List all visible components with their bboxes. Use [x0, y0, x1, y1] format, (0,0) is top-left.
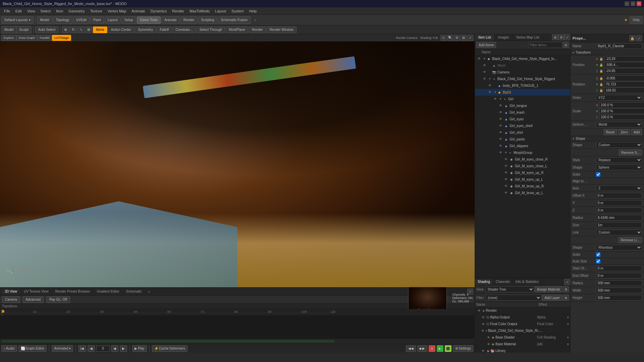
sc-y-input[interactable]	[599, 108, 644, 114]
tab-animate[interactable]: Animate	[161, 16, 180, 24]
toggle-morphgroup[interactable]: ▾	[504, 150, 508, 155]
tab-render-preset[interactable]: Render Preset Browser	[52, 289, 94, 294]
filter-select[interactable]: (none)	[485, 295, 541, 301]
vp-icon-3[interactable]: ⚙	[454, 35, 460, 41]
s-eye-6[interactable]: 👁	[486, 342, 491, 347]
filter-icon-2[interactable]: ⊕	[563, 295, 569, 301]
tab-uv-texture[interactable]: UV Texture View	[20, 289, 52, 294]
tree-row-m-brow-up-l[interactable]: 👁 ◈ Girl_M_brow_up_L	[475, 189, 570, 196]
tree-row-girl-slippers[interactable]: 👁 ▲ Girl_slippers	[475, 142, 570, 149]
rot-y-lock[interactable]: 🔒	[599, 83, 603, 86]
workplane-btn[interactable]: WorkPlane	[226, 26, 248, 33]
s-eye-2[interactable]: 👁	[480, 315, 486, 320]
offset-z-input[interactable]	[596, 207, 642, 213]
item-tree[interactable]: 👁 ▾ ■ Black_Child_Girl_Home_Style_Rigged…	[475, 55, 570, 277]
cache-deformers-btn[interactable]: ⚡ Cache Deformers	[152, 345, 187, 352]
symmetry-btn[interactable]: Symmetry	[135, 26, 156, 33]
eye-icon-15[interactable]: 👁	[498, 150, 503, 155]
zero-btn[interactable]: Zero	[619, 129, 630, 135]
toggle-mesh[interactable]	[488, 63, 492, 67]
effect-dropdown-2[interactable]: ▾	[567, 322, 569, 326]
add-bottom-tab[interactable]: +	[145, 288, 153, 296]
record-btn[interactable]: ●	[429, 345, 435, 352]
menu-texture[interactable]: Texture	[88, 8, 105, 14]
tree-row-bip01[interactable]: 👁 ▾ ◆ Bip01	[475, 89, 570, 96]
action-center-btn[interactable]: Action Center	[108, 26, 135, 33]
shader-row-base-shader[interactable]: 👁 ◈ Base Shader Full Shading ▾	[475, 334, 570, 341]
toggle-tongue1[interactable]	[493, 83, 497, 87]
tab-game-tools[interactable]: Game Tools	[137, 16, 161, 24]
toggle-group1[interactable]: ▾	[488, 77, 492, 81]
shape-select[interactable]: Custom	[596, 142, 642, 148]
menu-vertex-map[interactable]: Vertex Map	[105, 8, 129, 14]
tree-row-m-eyes-close-l[interactable]: 👁 ◈ Girl_M_eyes_close_L	[475, 163, 570, 169]
effect-dropdown-3[interactable]: ▾	[567, 336, 569, 339]
panel-expand-icon[interactable]: ⊞	[552, 34, 558, 40]
ray-gl-btn[interactable]: Ray GL: Off	[46, 296, 70, 303]
transform-arrow[interactable]: ▾	[573, 51, 574, 54]
remove-li-btn[interactable]: Remove Li...	[619, 237, 642, 243]
menu-animate[interactable]: Animate	[129, 8, 148, 14]
eye-icon-10[interactable]: 👁	[498, 116, 503, 122]
shading-expand-icon[interactable]: ⤢	[564, 279, 570, 285]
shader-row-render[interactable]: 👁 ● Render	[475, 307, 570, 314]
tree-row-group1[interactable]: 👁 ▾ ▪ Black_Child_Girl_Home_Style_Rigged	[475, 75, 570, 82]
toggle-scene[interactable]: ▾	[482, 57, 486, 61]
tree-row-mesh[interactable]: 👁 ▲ Mesh	[475, 62, 570, 69]
shader-row-base-material[interactable]: 👁 ◈ Base Material (all) ▾	[475, 341, 570, 348]
rot-z-input[interactable]	[604, 87, 644, 93]
eye-icon-17[interactable]: 👁	[503, 163, 508, 169]
transform-icon-4[interactable]: ⊞	[85, 26, 92, 33]
s-eye-3[interactable]: 👁	[480, 321, 486, 327]
close-btn[interactable]: ✕	[637, 1, 641, 6]
prev-frame-btn[interactable]: ◀◀	[406, 345, 416, 352]
prev-key-btn[interactable]: ◀	[88, 345, 95, 352]
tab-vertex-map-list[interactable]: Vertex Map List	[513, 34, 543, 41]
s-eye-4[interactable]: 👁	[480, 328, 485, 334]
eye-icon-2[interactable]: 👁	[482, 63, 487, 68]
solid2-checkbox[interactable]	[596, 252, 600, 257]
timeline-tracks[interactable]	[0, 316, 475, 339]
sc-z-input[interactable]	[599, 114, 644, 120]
style-select[interactable]: Replace	[596, 157, 642, 163]
frame-input[interactable]	[96, 346, 110, 352]
camera-btn[interactable]: Camera	[2, 296, 20, 303]
link-select[interactable]: Custom	[596, 230, 642, 235]
tree-row-girl[interactable]: 👁 ▾ ▪ Girl	[475, 96, 570, 102]
tree-row-m-brow-up-r[interactable]: 👁 ◈ Girl_M_brow_up_R	[475, 183, 570, 189]
rot-z-lock[interactable]: 🔒	[599, 89, 603, 92]
menu-help[interactable]: Help	[247, 8, 260, 14]
timeline-ruler[interactable]: 0 12 24 36 48 60 72 84	[0, 309, 475, 316]
tree-row-m-eyes-close-r[interactable]: 👁 ◈ Girl_M_eyes_close_R	[475, 156, 570, 163]
panel-settings-icon[interactable]: ⚙	[558, 34, 564, 40]
tab-uvedit[interactable]: UVEdit	[73, 16, 90, 24]
animated-btn[interactable]: Animated ▾	[52, 345, 73, 352]
tab-gradient-editor[interactable]: Gradient Editor	[94, 289, 123, 294]
tab-item-list[interactable]: Item List	[475, 34, 495, 41]
solid-checkbox[interactable]	[596, 172, 600, 177]
props-expand-icon[interactable]: ⤢	[636, 35, 642, 41]
shader-row-final-color[interactable]: 👁 ⊡ Final Color Output Final Color ▾	[475, 321, 570, 327]
menu-geometry[interactable]: Geometry	[66, 8, 87, 14]
window-controls[interactable]: ─ □ ✕	[625, 1, 641, 6]
assign-material-btn[interactable]: Assign Material	[535, 286, 562, 292]
tab-3d-view[interactable]: 3D View	[1, 289, 20, 294]
vp-icon-2[interactable]: 🔍	[447, 35, 453, 41]
tree-row-girl-shell[interactable]: 👁 ▲ Girl_eyes_shell	[475, 122, 570, 129]
minimize-btn[interactable]: ─	[625, 1, 629, 6]
eye-icon-8[interactable]: 👁	[498, 103, 503, 108]
shape2-select[interactable]: Sphere	[596, 165, 642, 170]
shader-row-alpha[interactable]: 👁 ⊡ Alpha Output Alpha ▾	[475, 314, 570, 321]
vp-icon-1[interactable]: ⊙	[440, 35, 446, 41]
tree-row-morphgroup[interactable]: 👁 ▾ ▪ MorphGroup	[475, 149, 570, 156]
rot-x-input[interactable]	[604, 75, 644, 81]
tab-layout[interactable]: Layout	[105, 16, 121, 24]
auto-size-checkbox[interactable]	[596, 259, 600, 263]
sculpt-mode-btn[interactable]: Sculpt	[16, 26, 31, 33]
menu-item[interactable]: Item	[53, 8, 66, 14]
model-mode-btn[interactable]: Model	[2, 26, 16, 33]
pos-x-input[interactable]	[604, 56, 644, 62]
add-btn[interactable]: Add	[631, 129, 642, 135]
eye-icon-18[interactable]: 👁	[503, 170, 508, 175]
menu-maxtomodo[interactable]: MaxToModo	[187, 8, 212, 14]
